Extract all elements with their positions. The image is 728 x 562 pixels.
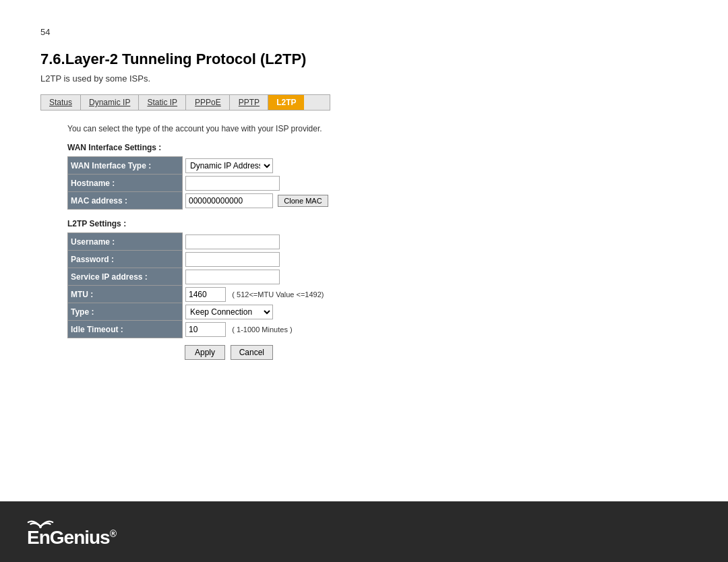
brand-name: EnGenius® [27, 527, 116, 549]
table-row: Password : [68, 251, 404, 268]
idle-timeout-label: Idle Timeout : [68, 321, 183, 338]
tab-l2tp[interactable]: L2TP [268, 95, 304, 110]
idle-timeout-hint: ( 1-1000 Minutes ) [232, 325, 292, 334]
mtu-label: MTU : [68, 286, 183, 303]
hostname-cell [183, 175, 404, 192]
table-row: Idle Timeout : ( 1-1000 Minutes ) [68, 321, 404, 338]
trademark: ® [110, 528, 116, 539]
type-select[interactable]: Keep Connection On Demand Manual [185, 305, 273, 319]
form-intro: You can select the type of the account y… [67, 124, 688, 133]
cancel-button[interactable]: Cancel [231, 345, 273, 360]
tab-dynamic-ip[interactable]: Dynamic IP [81, 95, 139, 110]
clone-mac-button[interactable]: Clone MAC [278, 195, 328, 207]
table-row: Username : [68, 233, 404, 251]
table-row: MAC address : Clone MAC [68, 192, 404, 210]
section-title: 7.6.Layer-2 Tunneling Protocol (L2TP) [40, 51, 688, 68]
tab-pppoe[interactable]: PPPoE [187, 95, 230, 110]
username-cell [183, 233, 404, 251]
mac-cell: Clone MAC [183, 192, 404, 210]
table-row: Type : Keep Connection On Demand Manual [68, 303, 404, 321]
tab-bar: Status Dynamic IP Static IP PPPoE PPTP L… [40, 94, 330, 111]
tab-pptp[interactable]: PPTP [231, 95, 268, 110]
apply-button[interactable]: Apply [185, 345, 225, 360]
service-ip-label: Service IP address : [68, 268, 183, 286]
footer: EnGenius® [0, 501, 728, 562]
service-ip-input[interactable] [185, 270, 280, 284]
mtu-input[interactable] [185, 287, 226, 302]
mtu-hint: ( 512<=MTU Value <=1492) [232, 290, 324, 299]
type-label: Type : [68, 303, 183, 321]
table-row: MTU : ( 512<=MTU Value <=1492) [68, 286, 404, 303]
engenius-logo: EnGenius® [27, 515, 116, 549]
wan-section-label: WAN Interface Settings : [67, 143, 688, 152]
username-input[interactable] [185, 235, 280, 249]
table-row: Service IP address : [68, 268, 404, 286]
button-row: Apply Cancel [185, 345, 688, 360]
page-number: 54 [40, 27, 688, 37]
tab-status[interactable]: Status [41, 95, 81, 110]
idle-timeout-cell: ( 1-1000 Minutes ) [183, 321, 404, 338]
section-description: L2TP is used by some ISPs. [40, 73, 688, 84]
mtu-cell: ( 512<=MTU Value <=1492) [183, 286, 404, 303]
wan-settings-table: WAN Interface Type : Dynamic IP Address … [67, 156, 404, 210]
type-cell: Keep Connection On Demand Manual [183, 303, 404, 321]
mac-label: MAC address : [68, 192, 183, 210]
password-cell [183, 251, 404, 268]
l2tp-settings-table: Username : Password : Service IP address… [67, 232, 404, 338]
wan-type-select[interactable]: Dynamic IP Address Static IP Address PPP… [185, 158, 273, 173]
form-container: You can select the type of the account y… [67, 124, 688, 360]
l2tp-section-label: L2TP Settings : [67, 219, 688, 228]
table-row: WAN Interface Type : Dynamic IP Address … [68, 157, 404, 175]
password-input[interactable] [185, 252, 280, 267]
table-row: Hostname : [68, 175, 404, 192]
username-label: Username : [68, 233, 183, 251]
tab-static-ip[interactable]: Static IP [139, 95, 186, 110]
service-ip-cell [183, 268, 404, 286]
hostname-label: Hostname : [68, 175, 183, 192]
wan-type-cell: Dynamic IP Address Static IP Address PPP… [183, 157, 404, 175]
wan-type-label: WAN Interface Type : [68, 157, 183, 175]
mac-input[interactable] [185, 193, 273, 208]
password-label: Password : [68, 251, 183, 268]
hostname-input[interactable] [185, 176, 280, 191]
idle-timeout-input[interactable] [185, 322, 226, 337]
